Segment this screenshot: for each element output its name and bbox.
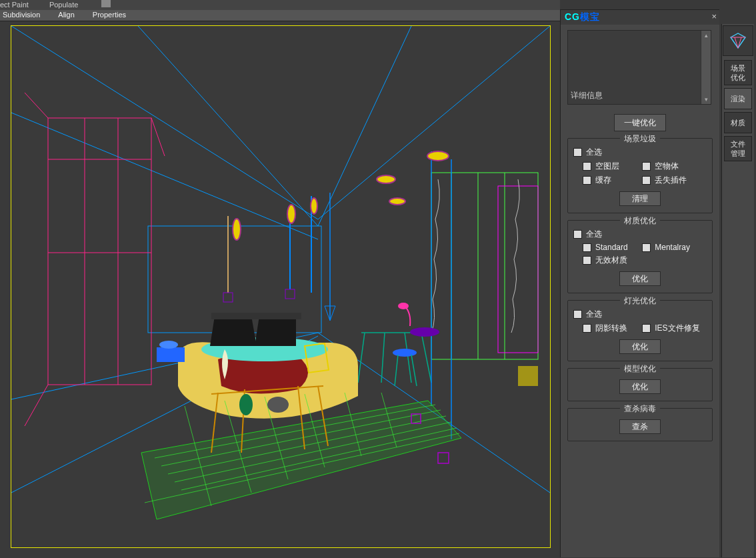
info-box[interactable]: 详细信息 ▴ ▾ [567,30,711,105]
scan-button[interactable]: 查杀 [619,419,661,434]
svg-line-4 [11,113,318,239]
section-scene-garbage: 场景垃圾 全选 空图层 空物体 缓存 丢失插件 清理 [567,138,713,213]
checkbox-missing-plugins[interactable] [642,176,651,185]
viewport-area [0,21,560,558]
svg-line-11 [151,118,165,156]
svg-line-24 [381,333,385,383]
label-select-all: 全选 [586,147,602,158]
checkbox-ies-fix[interactable] [642,324,651,333]
checkbox-cache[interactable] [583,176,591,185]
menu-bar-top: ect Paint Populate [0,0,560,10]
flag-icon[interactable] [101,0,111,7]
chevron-down-icon[interactable]: ▾ [703,96,709,103]
svg-point-43 [287,205,295,223]
svg-point-39 [377,175,395,183]
label-missing-plugins: 丢失插件 [655,175,687,186]
svg-line-7 [318,26,411,226]
section-virus-scan: 查杀病毒 查杀 [567,408,713,441]
section-title: 材质优化 [620,215,660,227]
label-shadow-convert: 阴影转换 [595,323,627,334]
info-label: 详细信息 [571,90,603,101]
checkbox-empty-layers[interactable] [583,162,591,171]
tab-scene-optimize[interactable]: 场景 优化 [724,60,752,85]
svg-line-6 [138,26,318,226]
svg-rect-17 [431,173,538,359]
svg-line-25 [405,333,411,383]
section-title: 查杀病毒 [620,403,660,415]
label-ies-fix: IES文件修复 [655,323,699,334]
panel-body: 详细信息 ▴ ▾ 一键优化 场景垃圾 全选 空图层 空物体 缓存 丢失插件 [561,25,719,557]
info-scrollbar[interactable]: ▴ ▾ [701,31,711,104]
label-standard: Standard [595,243,628,252]
panel-logo: CG模宝 [565,11,600,23]
menu-properties[interactable]: Properties [90,10,129,19]
menu-populate[interactable]: Populate [49,0,78,9]
svg-rect-47 [157,347,185,362]
checkbox-select-all-light[interactable] [573,310,582,319]
checkbox-invalid-mat[interactable] [583,256,591,265]
svg-line-10 [25,93,48,118]
svg-rect-9 [48,118,151,385]
svg-point-41 [427,151,449,161]
svg-point-30 [398,303,409,309]
section-title: 场景垃圾 [620,133,660,145]
section-title: 模型优化 [620,363,660,375]
svg-point-48 [159,341,178,349]
checkbox-select-all-mat[interactable] [573,230,582,239]
one-click-optimize-button[interactable]: 一键优化 [614,114,666,131]
label-cache: 缓存 [595,175,611,186]
checkbox-shadow-convert[interactable] [583,324,591,333]
label-invalid-mat: 无效材质 [595,255,627,266]
label-select-all: 全选 [586,229,602,240]
svg-point-44 [311,198,317,214]
label-select-all: 全选 [586,309,602,320]
svg-rect-32 [223,293,233,302]
menu-align[interactable]: Align [55,10,77,19]
optimize-model-button[interactable]: 优化 [619,379,661,394]
svg-line-12 [25,385,48,426]
optimize-mat-button[interactable]: 优化 [619,271,661,286]
svg-line-28 [395,355,398,386]
checkbox-mentalray[interactable] [642,243,651,252]
menu-subdivision[interactable]: Subdivision [0,10,43,19]
svg-point-42 [233,219,241,240]
checkbox-standard[interactable] [583,243,591,252]
checkbox-select-all[interactable] [573,148,582,157]
label-mentalray: Mentalray [655,243,690,252]
svg-line-0 [11,26,318,219]
tab-file-manage[interactable]: 文件 管理 [724,136,752,161]
svg-rect-21 [498,186,538,353]
close-icon[interactable]: × [711,11,717,21]
checkbox-empty-objects[interactable] [642,162,651,171]
svg-line-29 [411,355,417,386]
svg-rect-34 [285,289,295,299]
optimize-light-button[interactable]: 优化 [619,339,661,354]
label-empty-objects: 空物体 [655,161,679,172]
section-material-opt: 材质优化 全选 Standard Mentalray 无效材质 优化 [567,220,713,293]
scene-wireframe [11,26,550,547]
logo-en: CG [565,11,580,22]
chevron-up-icon[interactable]: ▴ [703,32,709,39]
clean-button[interactable]: 清理 [619,191,661,206]
logo-cn: 模宝 [580,11,600,22]
panel-header: CG模宝 × [561,10,719,25]
plugin-panel: CG模宝 × 详细信息 ▴ ▾ 一键优化 场景垃圾 全选 空图层 空物体 [560,9,719,557]
section-model-opt: 模型优化 优化 [567,368,713,401]
label-empty-layers: 空图层 [595,161,619,172]
svg-point-49 [410,327,439,337]
svg-line-26 [421,333,431,383]
svg-rect-71 [518,366,538,386]
svg-point-67 [239,394,253,415]
app-root: ect Paint Populate Subdivision Align Pro… [0,0,756,558]
tab-render[interactable]: 渲染 [724,88,752,109]
menu-paint[interactable]: ect Paint [0,0,29,9]
svg-line-1 [318,26,550,219]
viewport[interactable] [11,25,551,548]
svg-rect-46 [211,313,301,319]
svg-line-23 [358,333,365,383]
svg-rect-70 [438,453,449,463]
svg-point-27 [393,349,417,357]
side-tabs: 场景 优化 渲染 材质 文件 管理 [721,24,754,557]
tab-material[interactable]: 材质 [724,112,752,133]
diamond-icon[interactable] [723,25,753,56]
